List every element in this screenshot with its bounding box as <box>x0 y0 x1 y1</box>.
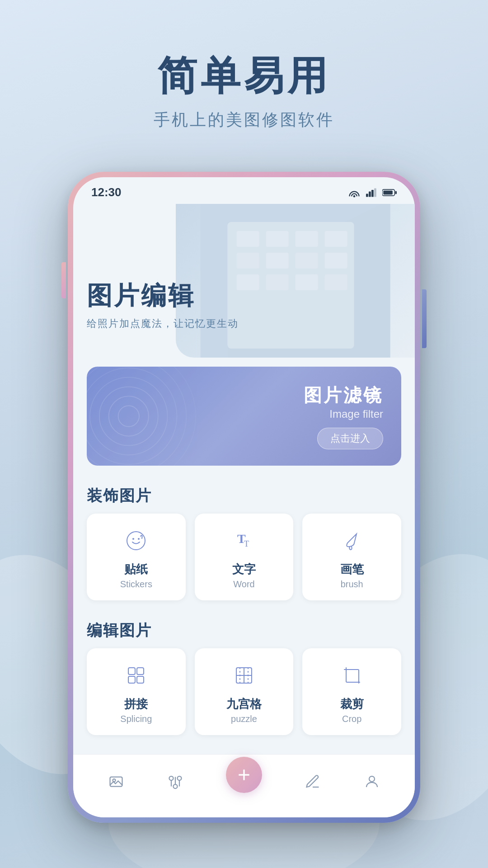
svg-point-46 <box>169 776 173 780</box>
svg-point-27 <box>87 367 196 466</box>
tool-card-brush[interactable]: 画笔 brush <box>302 514 401 600</box>
decorate-tool-grid: 贴纸 Stickers T T 文字 Word <box>73 514 415 609</box>
svg-rect-43 <box>110 777 122 786</box>
brush-icon <box>338 527 366 554</box>
photo-nav-icon <box>108 774 124 790</box>
tool-card-sticker[interactable]: 贴纸 Stickers <box>87 514 186 600</box>
phone-screen: 12:30 <box>73 177 415 817</box>
edit-nav-icon <box>305 774 321 790</box>
nav-item-edit[interactable] <box>305 774 321 790</box>
svg-rect-34 <box>137 668 144 675</box>
user-nav-icon <box>364 774 380 790</box>
filter-waves-decoration <box>87 367 244 466</box>
svg-point-30 <box>138 538 140 540</box>
nav-item-tools[interactable] <box>167 774 183 790</box>
svg-rect-0 <box>366 193 368 197</box>
svg-point-23 <box>99 387 158 446</box>
hero-banner: 图片编辑 给照片加点魔法，让记忆更生动 <box>73 204 415 358</box>
edit-tool-grid: 拼接 Splicing <box>73 648 415 744</box>
brush-name-zh: 画笔 <box>340 561 364 577</box>
nav-item-photo[interactable] <box>108 774 124 790</box>
nav-item-user[interactable] <box>364 774 380 790</box>
bottom-nav <box>73 754 415 817</box>
filter-card-title: 图片滤镜 <box>304 383 383 408</box>
svg-rect-2 <box>371 190 374 197</box>
phone-frame: 12:30 <box>68 172 420 823</box>
signal-icon <box>366 188 377 198</box>
splice-name-en: Splicing <box>120 714 152 724</box>
sticker-name-zh: 贴纸 <box>124 561 148 577</box>
svg-point-22 <box>109 396 149 436</box>
battery-icon <box>382 188 397 198</box>
svg-rect-33 <box>128 668 135 675</box>
svg-point-21 <box>118 406 139 426</box>
svg-rect-1 <box>369 191 371 197</box>
nav-item-center[interactable] <box>226 757 262 793</box>
svg-point-50 <box>369 776 375 782</box>
splice-name-zh: 拼接 <box>124 696 148 712</box>
grid-name-en: puzzle <box>231 714 257 724</box>
text-name-en: Word <box>233 579 254 590</box>
svg-point-24 <box>90 377 168 455</box>
tool-card-text[interactable]: T T 文字 Word <box>195 514 294 600</box>
svg-point-28 <box>127 532 145 550</box>
screen-content[interactable]: 图片编辑 给照片加点魔法，让记忆更生动 <box>73 204 415 781</box>
edit-section-title: 编辑图片 <box>73 609 415 648</box>
text-icon: T T <box>230 527 258 554</box>
wifi-icon <box>348 188 361 198</box>
svg-rect-36 <box>137 676 144 683</box>
main-title: 简单易用 <box>0 54 488 98</box>
phone-mockup: 12:30 <box>68 172 420 823</box>
brush-name-en: brush <box>341 579 363 590</box>
sticker-icon <box>122 527 150 554</box>
status-bar: 12:30 <box>73 177 415 204</box>
svg-point-26 <box>87 367 186 466</box>
crop-name-en: Crop <box>342 714 361 724</box>
hero-main-text: 图片编辑 <box>87 279 239 313</box>
filter-card[interactable]: 图片滤镜 Image filter 点击进入 <box>87 367 401 466</box>
svg-rect-5 <box>383 190 393 194</box>
tool-card-crop[interactable]: 裁剪 Crop <box>302 648 401 735</box>
grid-icon <box>230 662 258 689</box>
svg-point-45 <box>173 784 177 788</box>
sub-title: 手机上的美图修图软件 <box>0 109 488 131</box>
svg-point-25 <box>87 368 177 464</box>
tool-card-splice[interactable]: 拼接 Splicing <box>87 648 186 735</box>
grid-name-zh: 九宫格 <box>226 696 262 712</box>
page-header: 简单易用 手机上的美图修图软件 <box>0 0 488 158</box>
svg-point-29 <box>132 538 134 540</box>
svg-rect-3 <box>374 188 376 197</box>
center-nav-icon <box>235 766 253 784</box>
svg-text:T: T <box>244 539 249 548</box>
crop-name-zh: 裁剪 <box>340 696 364 712</box>
svg-rect-35 <box>128 676 135 683</box>
text-name-zh: 文字 <box>232 561 256 577</box>
filter-card-subtitle: Image filter <box>304 408 383 420</box>
filter-card-text: 图片滤镜 Image filter 点击进入 <box>304 383 383 449</box>
tool-card-grid[interactable]: 九宫格 puzzle <box>195 648 294 735</box>
status-time: 12:30 <box>91 185 122 199</box>
svg-rect-42 <box>346 670 359 682</box>
tools-nav-icon <box>167 774 183 790</box>
crop-icon <box>338 662 366 689</box>
splice-icon <box>122 662 150 689</box>
decorate-section-title: 装饰图片 <box>73 475 415 514</box>
filter-card-button[interactable]: 点击进入 <box>317 428 383 449</box>
hero-sub-text: 给照片加点魔法，让记忆更生动 <box>87 317 239 330</box>
svg-point-47 <box>177 776 181 780</box>
svg-rect-6 <box>395 191 397 194</box>
sticker-name-en: Stickers <box>120 579 152 590</box>
hero-text: 图片编辑 给照片加点魔法，让记忆更生动 <box>87 279 239 330</box>
status-icons <box>348 188 397 198</box>
